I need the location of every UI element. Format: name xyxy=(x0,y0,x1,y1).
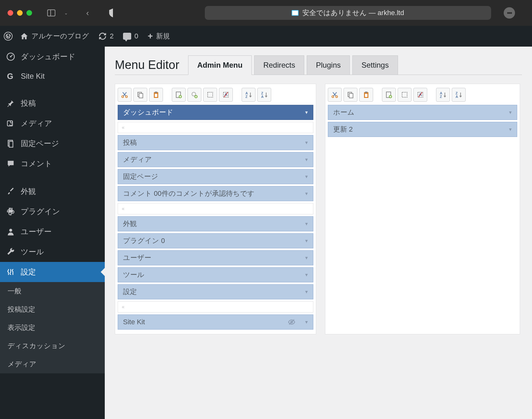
submenu-item-media[interactable]: メディア xyxy=(0,355,105,373)
svg-rect-6 xyxy=(9,141,13,147)
sitekit-icon: G xyxy=(6,72,15,81)
tab-plugins[interactable]: Plugins xyxy=(307,55,350,75)
sidebar-item-settings[interactable]: 設定 xyxy=(0,262,105,282)
sidebar-item-tools[interactable]: ツール xyxy=(0,242,105,262)
delete-button[interactable] xyxy=(413,88,427,102)
sidebar-item-media[interactable]: メディア xyxy=(0,113,105,133)
book-icon xyxy=(292,10,299,16)
sidebar-item-users[interactable]: ユーザー xyxy=(0,222,105,242)
show-hide-button[interactable] xyxy=(188,88,201,102)
menu-item-row[interactable]: 設定▼ xyxy=(118,284,313,299)
wordpress-logo-icon[interactable] xyxy=(4,32,13,41)
user-icon xyxy=(6,227,15,236)
sidebar-separator xyxy=(0,86,105,93)
expand-arrow-icon[interactable]: ▼ xyxy=(304,174,309,179)
svg-text:Z: Z xyxy=(245,95,248,99)
menu-item-row[interactable]: 投稿▼ xyxy=(118,135,313,150)
submenu-item-reading[interactable]: 表示設定 xyxy=(0,319,105,337)
close-window-button[interactable] xyxy=(8,10,13,16)
copy-button[interactable] xyxy=(133,88,147,102)
menu-item-row[interactable]: 更新 2▼ xyxy=(328,122,517,137)
sidebar-item-comments[interactable]: コメント xyxy=(0,154,105,174)
new-item-button[interactable] xyxy=(382,88,396,102)
adminbar-comments[interactable]: 0 xyxy=(123,32,138,40)
submenu-item-general[interactable]: 一般 xyxy=(0,282,105,300)
cut-button[interactable] xyxy=(118,88,132,102)
collapse-chevron-icon: « xyxy=(122,206,125,212)
menu-item-row[interactable]: Site Kit▼ xyxy=(118,314,313,330)
expand-arrow-icon[interactable]: ▼ xyxy=(304,110,309,115)
sort-az-button[interactable]: AZ xyxy=(242,88,255,102)
sidebar-toggle-icon[interactable] xyxy=(47,9,55,16)
submenu-item-writing[interactable]: 投稿設定 xyxy=(0,300,105,319)
menu-item-row[interactable]: ユーザー▼ xyxy=(118,250,313,265)
wp-adminbar: アルケーのブログ 2 0 + 新規 xyxy=(0,26,532,47)
minimize-window-button[interactable] xyxy=(17,10,23,16)
sidebar-item-appearance[interactable]: 外観 xyxy=(0,181,105,201)
tab-settings[interactable]: Settings xyxy=(352,55,398,75)
content-area: Menu Editor Admin Menu Redirects Plugins… xyxy=(105,47,532,419)
menu-item-row[interactable]: ホーム▼ xyxy=(328,105,517,120)
svg-text:G: G xyxy=(7,72,13,81)
menu-item-row[interactable]: プラグイン 0▼ xyxy=(118,233,313,248)
expand-arrow-icon[interactable]: ▼ xyxy=(304,238,309,243)
expand-arrow-icon[interactable]: ▼ xyxy=(304,289,309,294)
sidebar-item-pages[interactable]: 固定ページ xyxy=(0,133,105,154)
sidebar-item-label: ユーザー xyxy=(21,227,52,237)
pin-icon xyxy=(6,99,15,108)
submenu-item-discussion[interactable]: ディスカッション xyxy=(0,337,105,355)
menu-item-row[interactable]: 固定ページ▼ xyxy=(118,169,313,184)
sidebar-item-dashboard[interactable]: ダッシュボード xyxy=(0,47,105,67)
expand-arrow-icon[interactable]: ▼ xyxy=(304,320,309,325)
svg-rect-20 xyxy=(208,92,213,97)
paste-button[interactable] xyxy=(359,88,373,102)
delete-button[interactable] xyxy=(219,88,233,102)
paste-button[interactable] xyxy=(149,88,163,102)
sidebar-item-label: メディア xyxy=(21,118,52,128)
expand-arrow-icon[interactable]: ▼ xyxy=(508,127,512,132)
menu-item-label: ツール xyxy=(123,270,144,280)
adminbar-new[interactable]: + 新規 xyxy=(148,31,170,41)
sidebar-item-sitekit[interactable]: G Site Kit xyxy=(0,67,105,86)
expand-arrow-icon[interactable]: ▼ xyxy=(508,110,512,115)
new-menu-button[interactable] xyxy=(172,88,186,102)
maximize-window-button[interactable] xyxy=(26,10,32,16)
new-separator-button[interactable] xyxy=(398,88,412,102)
expand-arrow-icon[interactable]: ▼ xyxy=(304,157,309,162)
collapse-chevron-icon: « xyxy=(122,304,125,310)
privacy-shield-icon[interactable] xyxy=(109,8,117,17)
back-button[interactable]: ‹ xyxy=(86,8,89,18)
expand-arrow-icon[interactable]: ▼ xyxy=(304,255,309,260)
new-label: 新規 xyxy=(156,31,170,41)
chrome-dropdown-icon[interactable]: ⌄ xyxy=(64,10,68,15)
cut-button[interactable] xyxy=(328,88,342,102)
tab-admin-menu[interactable]: Admin Menu xyxy=(188,55,252,75)
copy-button[interactable] xyxy=(344,88,357,102)
expand-arrow-icon[interactable]: ▼ xyxy=(304,191,309,196)
menu-item-row[interactable]: ダッシュボード▼ xyxy=(118,105,313,120)
expand-arrow-icon[interactable]: ▼ xyxy=(304,221,309,226)
sort-za-button[interactable]: ZA xyxy=(452,88,466,102)
address-bar[interactable]: 安全ではありません — arkhe.ltd xyxy=(205,6,491,20)
more-button[interactable]: ••• xyxy=(504,7,515,19)
menu-item-row[interactable]: ツール▼ xyxy=(118,267,313,282)
submenu-column: AZ ZA ホーム▼更新 2▼ xyxy=(325,84,520,334)
wp-sidebar: ダッシュボード G Site Kit 投稿 メディア 固定ページ コメント 外観 xyxy=(0,47,105,419)
menu-separator-row[interactable]: « xyxy=(118,301,313,313)
brush-icon xyxy=(6,187,15,196)
menu-item-row[interactable]: メディア▼ xyxy=(118,152,313,167)
menu-separator-row[interactable]: « xyxy=(118,203,313,214)
adminbar-site-link[interactable]: アルケーのブログ xyxy=(20,31,89,41)
sidebar-item-posts[interactable]: 投稿 xyxy=(0,93,105,113)
expand-arrow-icon[interactable]: ▼ xyxy=(304,272,309,277)
expand-arrow-icon[interactable]: ▼ xyxy=(304,140,309,145)
new-separator-button[interactable] xyxy=(203,88,217,102)
sidebar-item-plugins[interactable]: プラグイン xyxy=(0,201,105,222)
sort-za-button[interactable]: ZA xyxy=(257,88,271,102)
menu-separator-row[interactable]: « xyxy=(118,122,313,133)
sort-az-button[interactable]: AZ xyxy=(436,88,450,102)
menu-item-row[interactable]: 外観▼ xyxy=(118,216,313,231)
tab-redirects[interactable]: Redirects xyxy=(254,55,304,75)
menu-item-row[interactable]: コメント 00件のコメントが承認待ちです▼ xyxy=(118,186,313,201)
adminbar-updates[interactable]: 2 xyxy=(98,32,114,40)
